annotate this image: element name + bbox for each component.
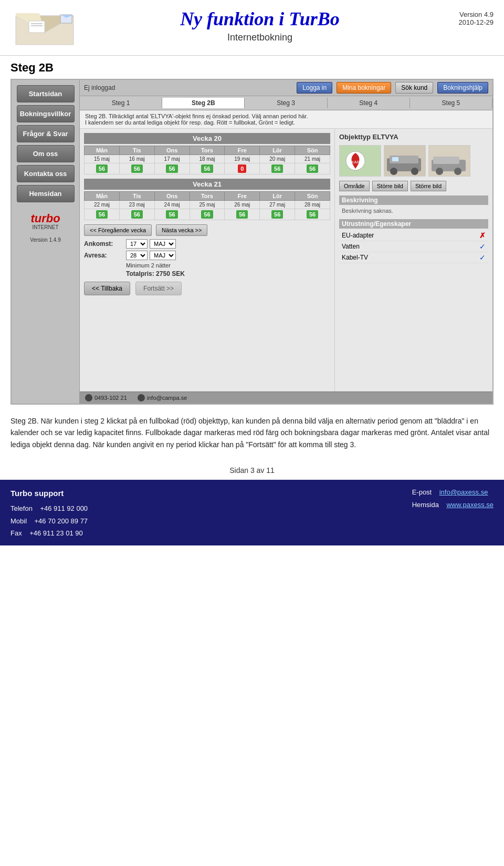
phone-number: 0493-102 21 (94, 395, 127, 401)
object-images: KARTA (339, 145, 488, 177)
svg-point-21 (454, 168, 461, 175)
larger-image-button-2[interactable]: Större bild (411, 181, 446, 191)
week20-count-3[interactable]: 56 (190, 163, 225, 174)
week20-count-2[interactable]: 56 (154, 163, 190, 174)
version-date: 2010-12-29 (441, 18, 494, 26)
week21-day-1: Tis (119, 192, 154, 201)
footer: Turbo support Telefon +46 911 92 000 Mob… (0, 480, 504, 545)
website-link[interactable]: www.paxess.se (446, 501, 494, 509)
week20-day-3: Tors (190, 146, 225, 155)
week20-date-2: 17 maj (154, 155, 190, 163)
object-image-2[interactable] (428, 145, 470, 177)
object-map-image[interactable]: KARTA (339, 145, 381, 177)
avresa-day-select[interactable]: 28 (126, 251, 148, 260)
week20-count-0[interactable]: 56 (85, 163, 120, 174)
action-buttons: << Tillbaka Fortsätt >> (84, 282, 330, 295)
forward-button[interactable]: Fortsätt >> (135, 282, 182, 295)
week21-count-1[interactable]: 56 (119, 209, 154, 220)
description-section: Steg 2B. När kunden i steg 2 klickat på … (0, 405, 504, 461)
object-image-1[interactable] (384, 145, 426, 177)
phone-info: 0493-102 21 (85, 394, 127, 401)
beschr-text: Beskrivning saknas. (339, 207, 488, 215)
ankomst-day-select[interactable]: 17 (126, 239, 148, 249)
email-address: info@campa.se (147, 395, 187, 401)
header: Ny funktion i TurBo Internetbokning Vers… (0, 0, 504, 56)
ankomst-month-select[interactable]: MAJ (150, 239, 176, 249)
svg-point-14 (390, 168, 397, 175)
equip-status-icon-1: ✓ (479, 242, 486, 251)
bottom-bar: 0493-102 21 info@campa.se (80, 391, 492, 404)
week21-count-5[interactable]: 56 (260, 209, 295, 220)
avresa-row: Avresa: 28 MAJ (84, 251, 330, 260)
mobile-label: Mobil (10, 517, 27, 525)
week21-date-6: 28 maj (295, 201, 330, 209)
week21-count-2[interactable]: 56 (154, 209, 190, 220)
sidebar-item-kontakta[interactable]: Kontakta oss (17, 165, 75, 182)
week21-count-3[interactable]: 56 (190, 209, 225, 220)
week20-day-5: Lör (260, 146, 295, 155)
week21-day-0: Mån (85, 192, 120, 201)
equip-name-1: Vatten (342, 243, 360, 250)
step-3: Steg 3 (245, 98, 327, 108)
step-4: Steg 4 (328, 98, 410, 108)
area-button[interactable]: Område (339, 181, 370, 191)
sidebar-item-omoss[interactable]: Om oss (17, 145, 75, 162)
website-row: Hemsida www.paxess.se (412, 499, 494, 511)
week21-count-0[interactable]: 56 (85, 209, 120, 220)
week20-day-6: Sön (295, 146, 330, 155)
my-bookings-button[interactable]: Mina bokningar (337, 82, 391, 94)
header-center: Ny funktion i TurBo Internetbokning (79, 5, 441, 43)
week21-date-4: 26 maj (225, 201, 260, 209)
email-label: E-post (412, 488, 432, 496)
avresa-month-select[interactable]: MAJ (150, 251, 176, 260)
svg-rect-16 (392, 157, 398, 161)
phone-icon (85, 394, 92, 401)
login-button[interactable]: Logga in (297, 82, 332, 94)
phone-label: Telefon (10, 504, 33, 512)
equip-name-2: Kabel-TV (342, 254, 368, 261)
larger-image-button-1[interactable]: Större bild (372, 181, 408, 191)
week20-table: Mån Tis Ons Tors Fre Lör Sön 15 maj 16 m… (84, 146, 330, 174)
week20-day-0: Mån (85, 146, 120, 155)
week21-day-6: Sön (295, 192, 330, 201)
beschr-title: Beskrivning (339, 195, 488, 205)
mobile-value: +46 70 200 89 77 (35, 517, 88, 525)
svg-point-15 (411, 168, 418, 175)
turbo-logo-text: turbo (30, 213, 60, 224)
step-2b: Steg 2B (162, 98, 245, 108)
week21-header: Vecka 21 (84, 179, 330, 190)
search-customer-button[interactable]: Sök kund (395, 82, 433, 94)
equip-row-0: EU-adapter ✗ (339, 230, 488, 241)
back-button[interactable]: << Tillbaka (84, 282, 130, 295)
sidebar-item-bokningsvillkor[interactable]: Bokningsvillkor (17, 105, 75, 122)
mobile-row: Mobil +46 70 200 89 77 (10, 515, 88, 527)
week20-count-4[interactable]: 0 (225, 163, 260, 174)
version-info: Version 4.9 2010-12-29 (441, 5, 494, 26)
sidebar-version: Version 1.4.9 (30, 237, 60, 243)
week21-date-1: 23 maj (119, 201, 154, 209)
week21-date-2: 24 maj (154, 201, 190, 209)
week20-count-1[interactable]: 56 (119, 163, 154, 174)
sidebar-item-startsidan[interactable]: Startsidan (17, 85, 75, 102)
step-1: Steg 1 (80, 98, 162, 108)
week20-count-5[interactable]: 56 (260, 163, 295, 174)
logo-area (10, 5, 79, 53)
step-5: Steg 5 (410, 98, 492, 108)
next-week-button[interactable]: Nästa vecka >> (156, 224, 207, 236)
prev-week-button[interactable]: << Föregående vecka (84, 224, 152, 236)
caravan-image2-icon (429, 145, 470, 177)
logo-svg (10, 5, 79, 53)
svg-text:KARTA: KARTA (351, 160, 365, 164)
sidebar-item-hemsidan[interactable]: Hemsidan (17, 185, 75, 202)
week20-count-6[interactable]: 56 (295, 163, 330, 174)
sidebar-item-fragor[interactable]: Frågor & Svar (17, 125, 75, 142)
help-button[interactable]: Bokningshjälp (437, 82, 488, 94)
week20-date-4: 19 maj (225, 155, 260, 163)
email-link[interactable]: info@paxess.se (439, 488, 488, 496)
week21-count-6[interactable]: 56 (295, 209, 330, 220)
footer-right: E-post info@paxess.se Hemsida www.paxess… (412, 486, 494, 511)
week21-count-4[interactable]: 56 (225, 209, 260, 220)
app-title: Ny funktion i TurBo (79, 8, 441, 30)
object-buttons: Område Större bild Större bild (339, 181, 488, 191)
page-number: Sidan 3 av 11 (0, 461, 504, 480)
